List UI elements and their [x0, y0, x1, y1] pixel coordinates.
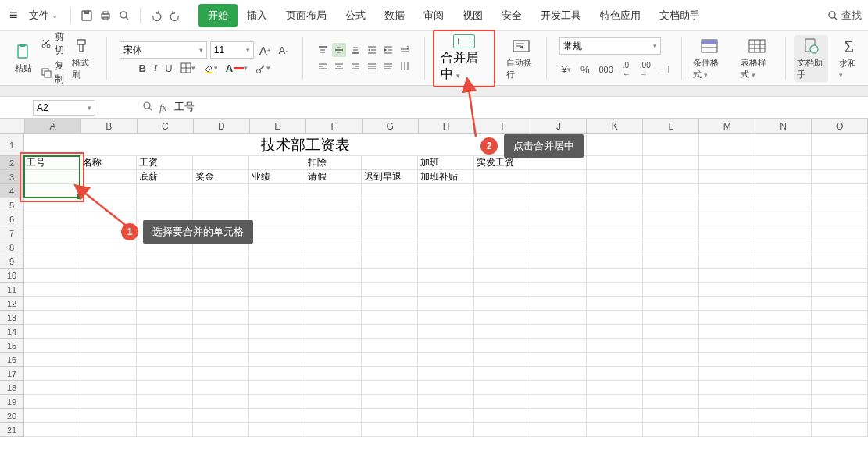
cell-L12[interactable]	[643, 297, 699, 311]
cell-C13[interactable]	[137, 311, 193, 325]
cell-K4[interactable]	[587, 184, 643, 198]
cell-F5[interactable]	[305, 198, 362, 212]
cell-M9[interactable]	[699, 254, 755, 269]
cell-K21[interactable]	[587, 423, 643, 437]
cell-H21[interactable]	[418, 423, 474, 437]
cell-E10[interactable]	[249, 269, 305, 283]
cell-G19[interactable]	[362, 395, 418, 409]
cell-E19[interactable]	[249, 395, 305, 409]
cell-I19[interactable]	[474, 395, 530, 409]
cell-L11[interactable]	[643, 283, 699, 297]
cell-G4[interactable]	[362, 184, 418, 198]
cell-K19[interactable]	[587, 395, 643, 409]
cell-G18[interactable]	[362, 381, 418, 395]
distribute-button[interactable]	[381, 59, 395, 73]
cell-J21[interactable]	[530, 423, 587, 437]
tab-data[interactable]: 数据	[375, 4, 414, 27]
col-header-J[interactable]: J	[530, 119, 587, 133]
cell-B12[interactable]	[80, 297, 137, 311]
cell-A14[interactable]	[24, 325, 80, 339]
cell-O16[interactable]	[812, 353, 868, 367]
cell-L5[interactable]	[643, 198, 699, 212]
cell-G17[interactable]	[362, 367, 418, 381]
cell-J8[interactable]	[530, 240, 587, 254]
cell-J16[interactable]	[530, 353, 587, 367]
cell-M15[interactable]	[699, 339, 755, 353]
cell-G8[interactable]	[362, 240, 418, 254]
cell-H9[interactable]	[418, 254, 474, 269]
zoom-fx-icon[interactable]	[142, 101, 153, 114]
cell-K1[interactable]	[587, 134, 643, 156]
cell-D15[interactable]	[193, 339, 249, 353]
cell-N8[interactable]	[755, 240, 812, 254]
row-header-10[interactable]: 10	[0, 269, 23, 283]
cell-C14[interactable]	[137, 325, 193, 339]
save-icon[interactable]	[79, 8, 95, 23]
cell-B20[interactable]	[80, 409, 137, 423]
cell-E4[interactable]	[249, 184, 305, 198]
cell-F20[interactable]	[305, 409, 362, 423]
cell-N21[interactable]	[755, 423, 812, 437]
cell-O5[interactable]	[812, 198, 868, 212]
cell-F12[interactable]	[305, 297, 362, 311]
cell-O4[interactable]	[812, 184, 868, 198]
cell-H8[interactable]	[418, 240, 474, 254]
cell-K17[interactable]	[587, 367, 643, 381]
cell-N20[interactable]	[755, 409, 812, 423]
cell-I9[interactable]	[474, 254, 530, 269]
cell-H12[interactable]	[418, 297, 474, 311]
cell-L1[interactable]	[643, 134, 699, 156]
orientation-button[interactable]	[398, 43, 412, 57]
cell-K20[interactable]	[587, 409, 643, 423]
cell-C16[interactable]	[137, 353, 193, 367]
cell-N1[interactable]	[755, 134, 812, 156]
cell-C18[interactable]	[137, 381, 193, 395]
row-header-13[interactable]: 13	[0, 311, 23, 325]
cell-D2[interactable]	[193, 156, 249, 170]
col-header-M[interactable]: M	[699, 119, 755, 133]
cell-J17[interactable]	[530, 367, 587, 381]
cell-J5[interactable]	[530, 198, 587, 212]
cell-O9[interactable]	[812, 254, 868, 269]
cell-M20[interactable]	[699, 409, 755, 423]
wrap-text-button[interactable]: 自动换行	[503, 35, 538, 82]
cell-G5[interactable]	[362, 198, 418, 212]
cell-D14[interactable]	[193, 325, 249, 339]
comma-button[interactable]: 000	[596, 64, 615, 75]
cell-H15[interactable]	[418, 339, 474, 353]
cell-M12[interactable]	[699, 297, 755, 311]
cell-G14[interactable]	[362, 325, 418, 339]
cell-L4[interactable]	[643, 184, 699, 198]
cell-H2[interactable]: 加班	[418, 156, 474, 170]
cell-L21[interactable]	[643, 423, 699, 437]
cell-D12[interactable]	[193, 297, 249, 311]
cell-D17[interactable]	[193, 367, 249, 381]
cell-F11[interactable]	[305, 283, 362, 297]
cell-B11[interactable]	[80, 283, 137, 297]
tab-review[interactable]: 审阅	[414, 4, 453, 27]
cell-K18[interactable]	[587, 381, 643, 395]
cell-K14[interactable]	[587, 325, 643, 339]
col-header-I[interactable]: I	[474, 119, 530, 133]
cell-F10[interactable]	[305, 269, 362, 283]
cell-A4[interactable]	[24, 184, 80, 198]
align-right-button[interactable]	[348, 59, 363, 73]
cell-F6[interactable]	[305, 212, 362, 226]
decrease-decimal-button[interactable]: .00→	[638, 60, 653, 79]
cell-D20[interactable]	[193, 409, 249, 423]
row-header-7[interactable]: 7	[0, 226, 23, 240]
col-header-G[interactable]: G	[363, 119, 419, 133]
cell-L9[interactable]	[643, 254, 699, 269]
cell-I17[interactable]	[474, 367, 530, 381]
cell-I6[interactable]	[474, 212, 530, 226]
copy-button[interactable]: 复制	[41, 59, 64, 86]
cell-N16[interactable]	[755, 353, 812, 367]
cell-F8[interactable]	[305, 240, 362, 254]
cell-G11[interactable]	[362, 283, 418, 297]
cell-N19[interactable]	[755, 395, 812, 409]
cell-N4[interactable]	[755, 184, 812, 198]
preview-icon[interactable]	[116, 8, 132, 23]
cell-C17[interactable]	[137, 367, 193, 381]
cell-O8[interactable]	[812, 240, 868, 254]
row-header-20[interactable]: 20	[0, 409, 23, 423]
